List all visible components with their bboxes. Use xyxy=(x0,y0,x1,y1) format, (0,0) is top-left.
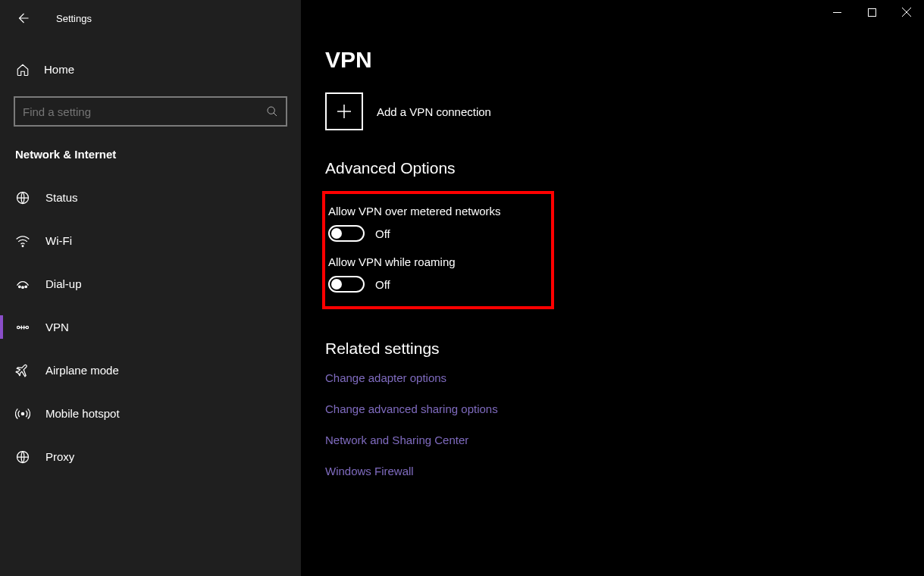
sidebar-item-label: Dial-up xyxy=(45,277,82,290)
toggle-state: Off xyxy=(375,227,390,240)
sidebar-item-label: Status xyxy=(45,191,78,204)
setting-roaming: Allow VPN while roaming Off xyxy=(328,255,540,293)
proxy-icon xyxy=(15,449,30,465)
related-heading: Related settings xyxy=(325,340,924,358)
titlebar: Settings xyxy=(0,0,301,36)
window-title: Settings xyxy=(56,13,92,24)
link-sharing[interactable]: Change advanced sharing options xyxy=(325,402,924,415)
svg-point-6 xyxy=(17,326,20,328)
back-button[interactable] xyxy=(11,6,35,30)
svg-point-8 xyxy=(21,412,23,415)
svg-point-4 xyxy=(22,286,24,288)
svg-point-7 xyxy=(26,326,28,328)
sidebar-item-wifi[interactable]: Wi-Fi xyxy=(0,219,301,262)
page-title: VPN xyxy=(325,47,924,73)
sidebar-home[interactable]: Home xyxy=(0,52,301,87)
related-section: Related settings Change adapter options … xyxy=(325,340,924,477)
wifi-icon xyxy=(15,233,30,249)
sidebar: Settings Home Network & Internet xyxy=(0,0,301,576)
add-vpn-label: Add a VPN connection xyxy=(377,105,491,118)
vpn-icon xyxy=(15,320,30,335)
search-box[interactable] xyxy=(14,96,287,127)
toggle-roaming[interactable] xyxy=(328,276,365,293)
sidebar-item-hotspot[interactable]: Mobile hotspot xyxy=(0,392,301,435)
window-controls xyxy=(819,0,924,24)
plus-icon xyxy=(325,92,363,130)
status-icon xyxy=(15,190,30,205)
link-firewall[interactable]: Windows Firewall xyxy=(325,465,924,477)
sidebar-item-label: Mobile hotspot xyxy=(45,407,120,420)
search-icon xyxy=(266,105,278,117)
link-adapter[interactable]: Change adapter options xyxy=(325,371,924,384)
sidebar-item-label: Wi-Fi xyxy=(45,234,72,247)
highlight-annotation: Allow VPN over metered networks Off Allo… xyxy=(322,191,554,309)
sidebar-item-proxy[interactable]: Proxy xyxy=(0,435,301,478)
sidebar-item-label: VPN xyxy=(45,321,69,333)
advanced-heading: Advanced Options xyxy=(325,159,924,177)
sidebar-item-status[interactable]: Status xyxy=(0,176,301,219)
close-button[interactable] xyxy=(889,0,924,24)
airplane-icon xyxy=(15,363,30,378)
home-icon xyxy=(15,62,30,77)
svg-point-0 xyxy=(268,107,274,114)
sidebar-nav: Status Wi-Fi Dial-up xyxy=(0,176,301,478)
setting-metered: Allow VPN over metered networks Off xyxy=(328,205,540,242)
home-label: Home xyxy=(44,63,74,76)
setting-label: Allow VPN over metered networks xyxy=(328,205,540,218)
svg-point-2 xyxy=(22,245,23,246)
hotspot-icon xyxy=(15,406,30,421)
toggle-metered[interactable] xyxy=(328,225,365,242)
link-network-center[interactable]: Network and Sharing Center xyxy=(325,434,924,446)
setting-label: Allow VPN while roaming xyxy=(328,255,540,268)
dialup-icon xyxy=(15,277,30,292)
sidebar-item-dialup[interactable]: Dial-up xyxy=(0,262,301,305)
svg-point-5 xyxy=(25,286,27,288)
sidebar-category: Network & Internet xyxy=(0,127,301,168)
sidebar-item-airplane[interactable]: Airplane mode xyxy=(0,349,301,392)
search-input[interactable] xyxy=(23,105,266,118)
add-vpn-button[interactable]: Add a VPN connection xyxy=(325,92,924,130)
toggle-state: Off xyxy=(375,278,390,291)
maximize-button[interactable] xyxy=(854,0,889,24)
svg-rect-10 xyxy=(868,8,875,16)
sidebar-item-label: Proxy xyxy=(45,450,74,463)
main-content: VPN Add a VPN connection Advanced Option… xyxy=(301,0,924,576)
svg-point-3 xyxy=(19,286,21,288)
minimize-button[interactable] xyxy=(819,0,854,24)
sidebar-item-label: Airplane mode xyxy=(45,364,119,377)
sidebar-item-vpn[interactable]: VPN xyxy=(0,305,301,349)
